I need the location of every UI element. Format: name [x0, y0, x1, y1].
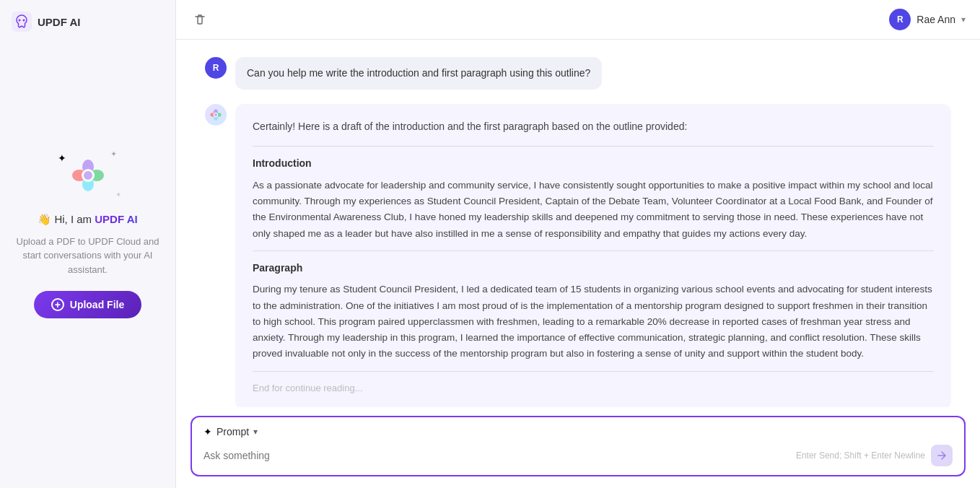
sidebar-center: ✦ ✦ ✦ 👋 Hi, I am UPDF AI Upload a PDF to…: [0, 32, 175, 476]
app-name: UPDF AI: [38, 16, 80, 28]
input-hint-text: Enter Send; Shift + Enter Newline: [796, 450, 925, 461]
upload-file-button[interactable]: + Upload File: [34, 291, 141, 318]
section1-text: As a passionate advocate for leadership …: [253, 178, 934, 242]
user-profile[interactable]: R Rae Ann ▾: [889, 9, 966, 30]
send-button[interactable]: [931, 445, 953, 466]
ai-flower-icon: [69, 157, 107, 194]
svg-point-2: [23, 19, 25, 22]
upload-button-label: Upload File: [70, 299, 124, 310]
ai-message-row: Certainly! Here is a draft of the introd…: [205, 104, 951, 407]
svg-point-1: [19, 19, 21, 22]
user-message-avatar: R: [205, 57, 227, 79]
ai-message-avatar: [205, 104, 227, 126]
chat-messages: R Can you help me write the introduction…: [176, 40, 980, 407]
user-avatar: R: [889, 9, 911, 30]
divider-1: [253, 146, 934, 147]
trash-icon: [193, 13, 206, 26]
section2-text: During my tenure as Student Council Pres…: [253, 282, 934, 362]
prompt-label: Prompt: [216, 426, 249, 437]
send-icon: [937, 450, 947, 461]
ask-input[interactable]: [204, 450, 796, 461]
main-chat-area: R Rae Ann ▾ R Can you help me write the …: [176, 0, 980, 488]
sparkle-icon-2: ✦: [110, 149, 117, 159]
input-bottom-row: Enter Send; Shift + Enter Newline: [204, 445, 953, 466]
svg-point-8: [84, 171, 92, 180]
ai-illustration: ✦ ✦ ✦: [52, 147, 124, 204]
truncated-text: End for continue reading...: [253, 380, 934, 396]
clear-chat-button[interactable]: [191, 10, 209, 29]
user-message-bubble: Can you help me write the introduction a…: [235, 57, 602, 90]
section1-heading: Introduction: [253, 155, 934, 171]
prompt-sparkle-icon: ✦: [204, 426, 212, 437]
user-message-row: R Can you help me write the introduction…: [205, 57, 951, 90]
greeting-text: 👋 Hi, I am UPDF AI: [38, 213, 137, 226]
divider-3: [253, 371, 934, 372]
ai-message-bubble: Certainly! Here is a draft of the introd…: [235, 104, 951, 407]
ai-logo-icon: [209, 108, 222, 121]
prompt-dropdown-icon[interactable]: ▾: [253, 427, 258, 437]
section2-heading: Paragraph: [253, 260, 934, 276]
sparkle-icon-3: ✦: [115, 191, 121, 199]
chat-header: R Rae Ann ▾: [176, 0, 980, 40]
upload-plus-icon: +: [51, 298, 64, 311]
sparkle-icon-1: ✦: [58, 152, 66, 164]
divider-2: [253, 250, 934, 251]
sidebar-logo: UPDF AI: [0, 12, 80, 32]
input-area: ✦ Prompt ▾ Enter Send; Shift + Enter New…: [176, 407, 980, 488]
user-menu-chevron-icon: ▾: [961, 14, 966, 25]
svg-point-14: [214, 113, 217, 116]
user-name: Rae Ann: [916, 14, 955, 25]
input-box: ✦ Prompt ▾ Enter Send; Shift + Enter New…: [191, 416, 966, 476]
input-top-row: ✦ Prompt ▾: [204, 426, 953, 437]
updf-logo-icon: [12, 12, 32, 32]
svg-rect-0: [12, 12, 32, 32]
greeting-highlight: UPDF AI: [95, 213, 137, 225]
sidebar: UPDF AI ✦ ✦ ✦ 👋 Hi, I am UPDF AI Upload …: [0, 0, 176, 488]
ai-intro-text: Certainly! Here is a draft of the introd…: [253, 118, 934, 134]
sidebar-subtitle: Upload a PDF to UPDF Cloud and start con…: [0, 235, 175, 277]
